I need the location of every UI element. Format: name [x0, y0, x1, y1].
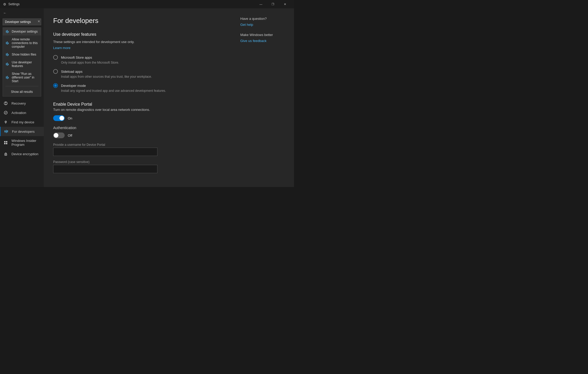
sidebar: ← ✕ Developer settings: [0, 8, 44, 187]
sidebar-item-device-encryption[interactable]: Device encryption: [0, 149, 44, 159]
main-content: ← ✕ Developer settings: [0, 8, 294, 187]
sidebar-item-label-find-my-device: Find my device: [11, 120, 34, 124]
radio-label-developer-mode[interactable]: Developer mode: [53, 83, 224, 88]
search-result-allow-remote[interactable]: Allow remote connections to this compute…: [3, 35, 41, 51]
use-developer-description: These settings are intended for developm…: [53, 40, 224, 44]
developer-radio-group: Microsoft Store apps Only install apps f…: [53, 55, 224, 93]
title-bar: ⚙ Settings — ❐ ✕: [0, 0, 294, 8]
username-field-group: Provide a username for Device Portal: [53, 143, 224, 156]
radio-microsoft-store[interactable]: [53, 55, 58, 60]
auth-toggle-label: Off: [68, 134, 72, 137]
radio-label-sideload[interactable]: Sideload apps: [53, 69, 224, 74]
back-button[interactable]: ←: [0, 8, 44, 17]
auth-toggle-row: Off: [53, 132, 224, 138]
radio-item-sideload: Sideload apps Install apps from other so…: [53, 69, 224, 79]
search-divider: [5, 86, 38, 86]
svg-rect-27: [6, 141, 7, 142]
svg-rect-10: [7, 63, 8, 66]
sidebar-item-windows-insider[interactable]: Windows Insider Program: [0, 136, 44, 149]
svg-rect-14: [8, 77, 9, 79]
minimize-button[interactable]: —: [255, 0, 267, 8]
restore-button[interactable]: ❐: [267, 0, 279, 8]
radio-microsoft-store-label: Microsoft Store apps: [61, 56, 92, 59]
window-title: Settings: [8, 2, 20, 6]
svg-rect-1: [7, 30, 8, 33]
search-area: ✕: [0, 17, 44, 27]
svg-point-31: [5, 154, 6, 155]
sidebar-item-find-my-device[interactable]: Find my device: [0, 117, 44, 127]
username-label: Provide a username for Device Portal: [53, 143, 224, 147]
radio-sideload-sublabel: Install apps from other sources that you…: [61, 75, 224, 79]
give-feedback-link[interactable]: Give us feedback: [240, 39, 288, 43]
search-input[interactable]: [3, 19, 41, 25]
device-portal-description: Turn on remote diagnostics over local ar…: [53, 108, 224, 112]
sliders-icon-5: [5, 76, 9, 79]
svg-rect-7: [7, 53, 8, 56]
radio-sideload[interactable]: [53, 69, 58, 74]
sliders-icon-4: [5, 62, 9, 66]
have-a-question-title: Have a question?: [240, 17, 288, 21]
radio-label-microsoft-store[interactable]: Microsoft Store apps: [53, 55, 224, 60]
auth-toggle[interactable]: [53, 132, 65, 138]
username-input[interactable]: [53, 148, 157, 156]
svg-rect-4: [7, 41, 8, 45]
search-result-developer-settings[interactable]: Developer settings: [3, 28, 41, 35]
svg-rect-8: [8, 54, 9, 56]
search-result-label-3: Show hidden files: [12, 53, 36, 56]
main-panel: For developers Use developer features Th…: [44, 8, 234, 187]
find-my-device-icon: [4, 120, 8, 124]
password-input[interactable]: [53, 165, 157, 173]
svg-point-25: [7, 130, 8, 131]
window-controls: — ❐ ✕: [255, 0, 291, 8]
get-help-link[interactable]: Get help: [240, 23, 288, 27]
back-icon: ←: [3, 11, 7, 15]
svg-rect-5: [8, 43, 9, 44]
sliders-icon: [5, 30, 9, 33]
device-portal-toggle[interactable]: [53, 115, 65, 121]
settings-window: ⚙ Settings — ❐ ✕ ← ✕: [0, 0, 294, 187]
recovery-icon: [4, 101, 8, 105]
search-clear-button[interactable]: ✕: [38, 20, 40, 23]
sidebar-item-label-for-developers: For developers: [12, 130, 35, 134]
svg-rect-2: [8, 31, 9, 33]
search-result-show-run-as[interactable]: Show "Run as different user" in Start: [3, 70, 41, 85]
activation-icon: [4, 111, 8, 115]
show-all-results-button[interactable]: Show all results: [3, 87, 41, 96]
use-developer-section: Use developer features These settings ar…: [53, 32, 224, 93]
radio-microsoft-store-sublabel: Only install apps from the Microsoft Sto…: [61, 61, 224, 64]
sidebar-item-recovery[interactable]: Recovery: [0, 99, 44, 108]
svg-rect-26: [4, 141, 5, 142]
sidebar-item-label-recovery: Recovery: [11, 101, 26, 105]
password-label: Password (case sensitive): [53, 160, 224, 164]
device-portal-title: Enable Device Portal: [53, 102, 224, 107]
radio-sideload-label: Sideload apps: [61, 70, 82, 74]
search-result-label-5: Show "Run as different user" in Start: [12, 72, 38, 83]
sliders-icon-2: [5, 41, 9, 45]
svg-point-23: [4, 131, 5, 132]
close-button[interactable]: ✕: [279, 0, 291, 8]
sidebar-item-label-activation: Activation: [11, 111, 26, 115]
sidebar-spacer: [0, 96, 44, 99]
svg-point-16: [5, 102, 6, 103]
svg-rect-9: [6, 63, 7, 65]
device-encryption-icon: [4, 152, 8, 156]
learn-more-link[interactable]: Learn more: [53, 46, 70, 50]
device-portal-toggle-label: On: [68, 116, 72, 120]
svg-rect-12: [6, 76, 7, 79]
sidebar-item-for-developers[interactable]: For developers: [0, 127, 44, 136]
svg-rect-0: [6, 31, 7, 33]
windows-insider-icon: [4, 141, 8, 145]
svg-rect-11: [8, 64, 9, 65]
search-result-use-developer[interactable]: Use developer features: [3, 58, 41, 70]
sidebar-item-activation[interactable]: Activation: [0, 108, 44, 117]
search-result-show-hidden[interactable]: Show hidden files: [3, 51, 41, 58]
sliders-icon-3: [5, 53, 9, 56]
radio-developer-mode[interactable]: [53, 83, 58, 88]
search-result-label-2: Allow remote connections to this compute…: [12, 38, 38, 49]
svg-rect-13: [7, 76, 8, 79]
authentication-section: Authentication Off: [53, 126, 224, 138]
svg-point-19: [5, 122, 6, 122]
password-field-group: Password (case sensitive): [53, 160, 224, 173]
search-result-label-4: Use developer features: [12, 61, 38, 68]
auth-toggle-knob: [54, 133, 58, 138]
